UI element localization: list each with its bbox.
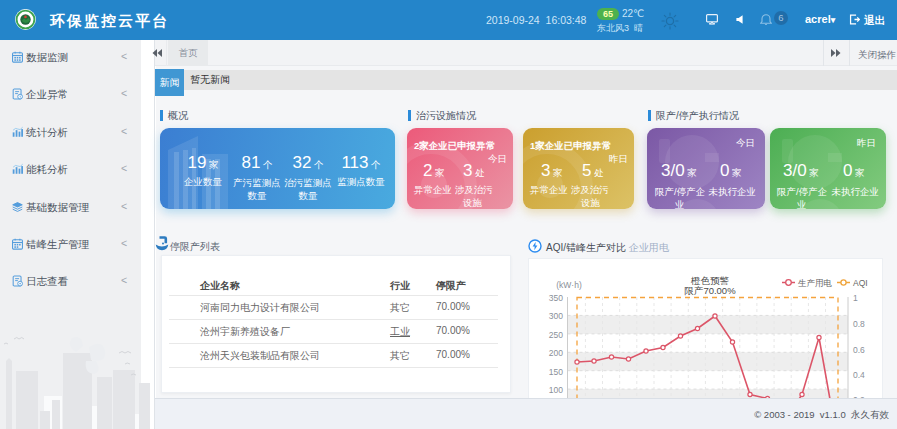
svg-text:AQI: AQI bbox=[853, 278, 868, 288]
svg-text:1: 1 bbox=[853, 293, 858, 303]
svg-text:300: 300 bbox=[549, 311, 563, 321]
svg-text:0.4: 0.4 bbox=[853, 370, 865, 380]
svg-text:150: 150 bbox=[549, 367, 563, 377]
svg-text:0.8: 0.8 bbox=[853, 319, 865, 329]
svg-text:100: 100 bbox=[549, 385, 563, 395]
svg-text:200: 200 bbox=[549, 348, 563, 358]
svg-text:0.6: 0.6 bbox=[853, 345, 865, 355]
svg-text:350: 350 bbox=[549, 293, 563, 303]
svg-text:(kW·h): (kW·h) bbox=[556, 280, 582, 290]
svg-text:生产用电: 生产用电 bbox=[798, 278, 833, 288]
svg-text:限产70.00%: 限产70.00% bbox=[684, 285, 736, 296]
svg-text:250: 250 bbox=[549, 330, 563, 340]
